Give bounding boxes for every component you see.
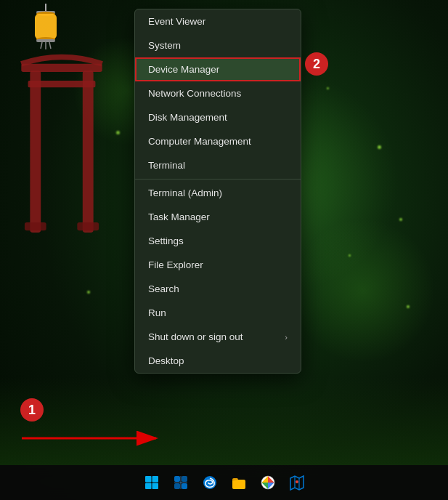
menu-item-network-connections[interactable]: Network Connections xyxy=(135,81,301,105)
menu-item-label: Settings xyxy=(148,235,184,246)
glow-2 xyxy=(290,218,436,363)
torii-gate xyxy=(15,44,109,233)
taskbar-icon-widgets[interactable] xyxy=(168,469,194,496)
context-menu: Event ViewerSystemDevice ManagerNetwork … xyxy=(134,9,301,374)
menu-item-label: Desktop xyxy=(148,355,184,366)
taskbar-icon-start[interactable] xyxy=(139,469,165,496)
svg-rect-4 xyxy=(25,222,46,230)
menu-item-shut-down[interactable]: Shut down or sign out› xyxy=(135,325,301,349)
menu-item-run[interactable]: Run xyxy=(135,301,301,325)
menu-item-label: Disk Management xyxy=(148,112,227,123)
menu-item-label: Run xyxy=(148,307,166,318)
svg-rect-25 xyxy=(182,483,187,489)
svg-rect-22 xyxy=(174,476,180,482)
firefly xyxy=(399,218,402,221)
menu-item-disk-management[interactable]: Disk Management xyxy=(135,105,301,129)
firefly xyxy=(327,87,329,89)
menu-item-label: Search xyxy=(148,283,179,294)
firefly xyxy=(349,254,351,257)
menu-item-computer-management[interactable]: Computer Management xyxy=(135,129,301,153)
menu-item-file-explorer[interactable]: File Explorer xyxy=(135,253,301,277)
menu-item-terminal[interactable]: Terminal xyxy=(135,153,301,177)
firefly xyxy=(407,305,410,308)
menu-item-label: Terminal xyxy=(148,160,185,171)
widgets-icon xyxy=(173,475,189,491)
svg-rect-18 xyxy=(145,476,152,483)
menu-item-device-manager[interactable]: Device Manager xyxy=(135,57,301,81)
svg-rect-23 xyxy=(182,476,187,482)
taskbar-icon-maps[interactable] xyxy=(284,469,310,496)
menu-item-label: Network Connections xyxy=(148,88,241,99)
edge-icon xyxy=(202,475,218,491)
menu-item-label: Computer Management xyxy=(148,136,251,147)
menu-item-desktop[interactable]: Desktop xyxy=(135,349,301,373)
firefly xyxy=(378,145,381,149)
svg-rect-24 xyxy=(174,483,180,489)
svg-rect-3 xyxy=(83,70,94,233)
arrow-1 xyxy=(22,420,167,456)
submenu-arrow-icon: › xyxy=(285,333,288,342)
menu-item-settings[interactable]: Settings xyxy=(135,229,301,253)
svg-rect-5 xyxy=(77,222,99,230)
file-explorer-icon xyxy=(231,475,247,491)
menu-item-label: Task Manager xyxy=(148,211,210,222)
svg-rect-29 xyxy=(232,480,245,489)
svg-rect-10 xyxy=(35,14,57,39)
taskbar xyxy=(0,465,448,500)
menu-item-label: Event Viewer xyxy=(148,16,205,27)
menu-item-task-manager[interactable]: Task Manager xyxy=(135,205,301,229)
svg-line-15 xyxy=(49,42,51,49)
svg-rect-12 xyxy=(36,39,55,42)
firefly xyxy=(116,131,120,134)
menu-item-label: System xyxy=(148,40,181,51)
menu-item-label: File Explorer xyxy=(148,259,203,270)
svg-rect-19 xyxy=(152,476,158,483)
svg-line-13 xyxy=(41,42,42,49)
menu-separator xyxy=(135,179,301,180)
svg-point-35 xyxy=(296,480,298,483)
firefly xyxy=(87,291,90,294)
svg-rect-20 xyxy=(145,483,152,490)
menu-item-label: Shut down or sign out xyxy=(148,331,243,342)
taskbar-icon-edge[interactable] xyxy=(197,469,223,496)
menu-item-label: Terminal (Admin) xyxy=(148,188,222,198)
menu-item-terminal-admin[interactable]: Terminal (Admin) xyxy=(135,181,301,205)
taskbar-icon-explorer[interactable] xyxy=(226,469,252,496)
svg-rect-2 xyxy=(30,70,41,233)
chrome-icon xyxy=(260,475,276,491)
lantern xyxy=(28,4,64,55)
menu-item-system[interactable]: System xyxy=(135,33,301,57)
annotation-1: 1 xyxy=(20,398,44,422)
menu-item-search[interactable]: Search xyxy=(135,277,301,301)
menu-item-event-viewer[interactable]: Event Viewer xyxy=(135,9,301,33)
windows-logo xyxy=(144,475,159,490)
maps-icon xyxy=(289,475,305,491)
svg-rect-21 xyxy=(152,483,158,490)
annotation-2: 2 xyxy=(305,52,328,76)
menu-item-label: Device Manager xyxy=(148,64,219,75)
taskbar-icon-chrome[interactable] xyxy=(255,469,281,496)
